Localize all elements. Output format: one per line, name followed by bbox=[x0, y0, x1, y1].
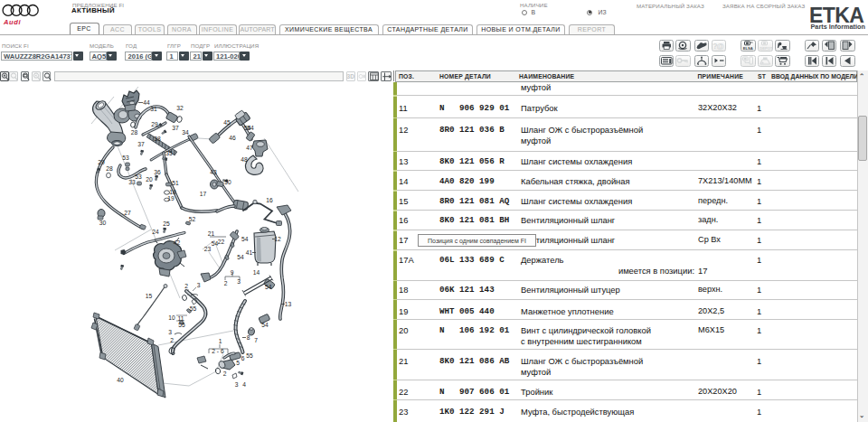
svg-text:27: 27 bbox=[124, 210, 131, 216]
svg-text:10: 10 bbox=[168, 314, 175, 321]
svg-text:20: 20 bbox=[146, 176, 153, 183]
svg-text:55: 55 bbox=[190, 305, 197, 312]
svg-text:28: 28 bbox=[131, 129, 138, 136]
svg-text:2: 2 bbox=[223, 370, 227, 377]
svg-text:37: 37 bbox=[172, 125, 179, 131]
svg-text:5: 5 bbox=[236, 360, 240, 366]
svg-text:14: 14 bbox=[253, 269, 260, 276]
svg-text:54: 54 bbox=[244, 125, 251, 131]
svg-text:9: 9 bbox=[231, 269, 234, 276]
svg-text:53: 53 bbox=[135, 173, 142, 180]
svg-text:38: 38 bbox=[154, 136, 161, 142]
svg-text:53: 53 bbox=[122, 155, 129, 161]
svg-text:55: 55 bbox=[246, 352, 253, 359]
svg-text:47: 47 bbox=[246, 145, 253, 151]
svg-text:3: 3 bbox=[235, 381, 239, 388]
svg-text:40: 40 bbox=[117, 377, 124, 383]
svg-text:28: 28 bbox=[106, 165, 113, 172]
svg-text:13: 13 bbox=[285, 301, 292, 307]
svg-text:15: 15 bbox=[146, 293, 153, 299]
svg-text:51: 51 bbox=[172, 180, 179, 186]
svg-text:19: 19 bbox=[167, 195, 175, 202]
svg-text:21: 21 bbox=[208, 230, 215, 237]
svg-text:52: 52 bbox=[189, 216, 196, 222]
svg-text:2: 2 bbox=[170, 337, 174, 343]
svg-text:2: 2 bbox=[184, 283, 188, 289]
svg-text:43: 43 bbox=[210, 169, 217, 175]
svg-text:44: 44 bbox=[143, 99, 150, 106]
svg-text:24: 24 bbox=[152, 229, 159, 235]
svg-text:29: 29 bbox=[98, 159, 105, 165]
svg-text:32: 32 bbox=[176, 105, 184, 111]
svg-text:1: 1 bbox=[219, 338, 222, 344]
svg-text:48: 48 bbox=[241, 156, 248, 163]
svg-text:3: 3 bbox=[237, 278, 241, 285]
svg-text:29: 29 bbox=[151, 121, 158, 127]
svg-text:22: 22 bbox=[218, 239, 225, 245]
svg-text:2: 2 bbox=[224, 280, 228, 286]
svg-text:31: 31 bbox=[150, 106, 157, 112]
svg-text:3: 3 bbox=[197, 282, 201, 288]
svg-text:54: 54 bbox=[212, 240, 219, 247]
svg-text:2 - 6: 2 - 6 bbox=[212, 348, 224, 354]
svg-text:45: 45 bbox=[223, 119, 231, 126]
svg-text:50: 50 bbox=[224, 179, 231, 185]
svg-text:54: 54 bbox=[237, 254, 244, 260]
svg-text:54: 54 bbox=[265, 284, 272, 290]
svg-text:36: 36 bbox=[154, 169, 161, 175]
svg-text:33: 33 bbox=[128, 179, 136, 185]
svg-text:37: 37 bbox=[137, 141, 145, 147]
svg-text:41: 41 bbox=[246, 249, 253, 256]
svg-text:7: 7 bbox=[254, 337, 258, 343]
svg-text:42: 42 bbox=[174, 239, 181, 246]
svg-text:23: 23 bbox=[204, 246, 212, 252]
svg-text:54: 54 bbox=[261, 322, 269, 328]
svg-text:6: 6 bbox=[241, 355, 245, 361]
svg-text:3: 3 bbox=[168, 329, 172, 335]
svg-text:30: 30 bbox=[99, 220, 107, 226]
svg-text:12: 12 bbox=[274, 236, 281, 242]
svg-text:55: 55 bbox=[178, 322, 185, 328]
svg-text:34: 34 bbox=[182, 129, 189, 136]
svg-text:8: 8 bbox=[247, 334, 250, 341]
svg-text:17: 17 bbox=[200, 191, 207, 197]
svg-text:4: 4 bbox=[242, 381, 246, 388]
svg-text:46: 46 bbox=[229, 135, 236, 141]
svg-text:25: 25 bbox=[163, 220, 170, 227]
svg-text:16: 16 bbox=[266, 197, 273, 203]
svg-text:54: 54 bbox=[241, 236, 249, 242]
svg-text:18: 18 bbox=[169, 189, 176, 195]
svg-text:35: 35 bbox=[165, 150, 173, 156]
